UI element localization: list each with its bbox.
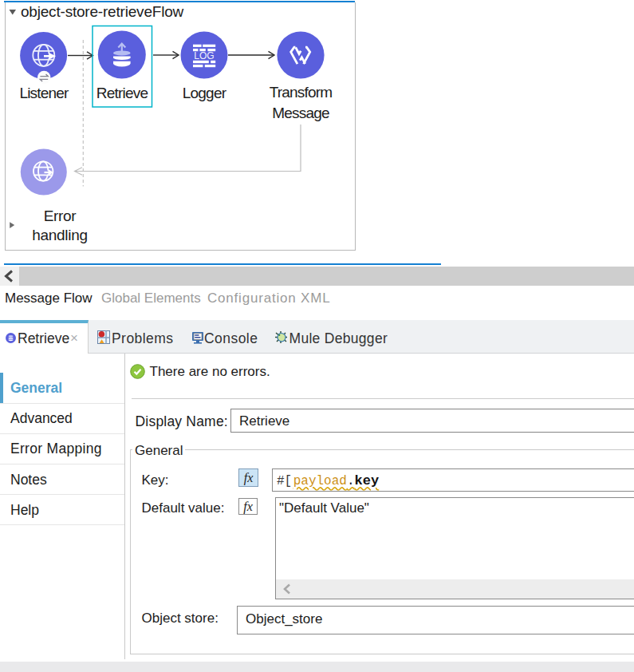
svg-text:LOG: LOG [194,50,214,61]
